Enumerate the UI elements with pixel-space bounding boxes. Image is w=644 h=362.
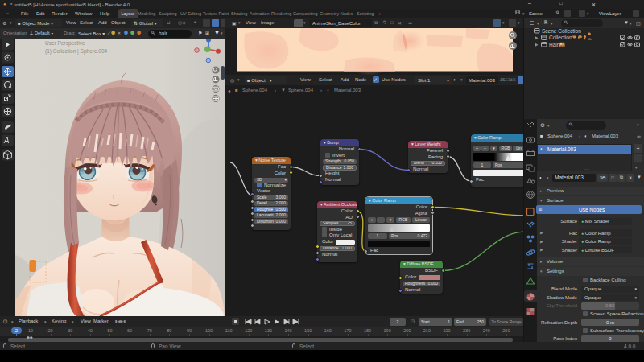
svg-text:Hair: Hair	[549, 42, 559, 47]
svg-text:Scene Collection: Scene Collection	[542, 28, 581, 34]
svg-text:Collection: Collection	[549, 35, 572, 40]
